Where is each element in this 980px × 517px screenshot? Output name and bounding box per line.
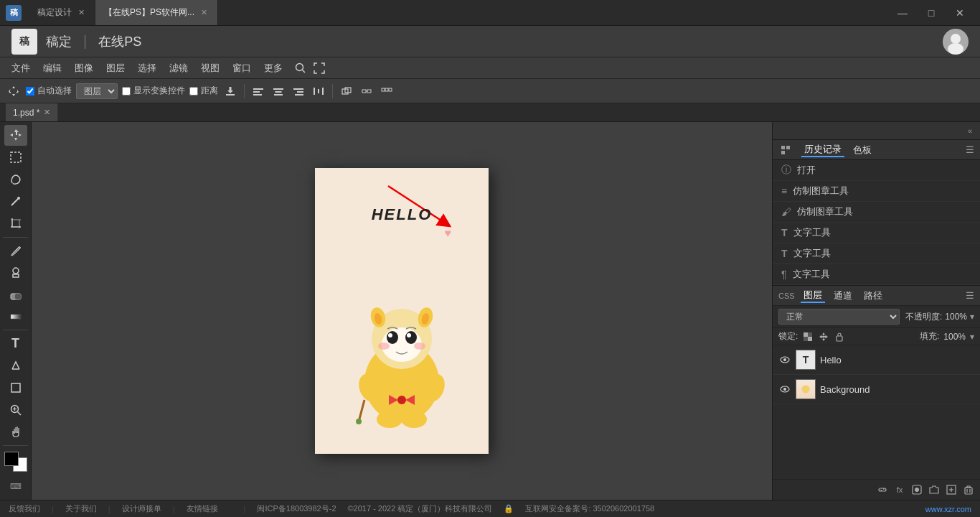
history-item-3[interactable]: T 文字工具 bbox=[773, 223, 980, 243]
channels-tab[interactable]: 通道 bbox=[831, 289, 855, 302]
tab-0[interactable]: 稿定设计 ✕ bbox=[29, 0, 95, 25]
menu-file[interactable]: 文件 bbox=[6, 59, 36, 78]
auto-select-input[interactable] bbox=[26, 87, 34, 96]
security-icon: 🔒 bbox=[504, 504, 514, 513]
move-tool[interactable] bbox=[4, 125, 27, 146]
layer-fx-icon[interactable]: fx bbox=[892, 483, 907, 497]
shape-tool[interactable] bbox=[4, 378, 27, 399]
history-header: 历史记录 色板 ☰ bbox=[773, 140, 980, 160]
show-transform-input[interactable] bbox=[122, 87, 131, 96]
designer-link[interactable]: 设计师接单 bbox=[122, 503, 161, 514]
svg-rect-37 bbox=[11, 315, 21, 319]
layers-menu-icon[interactable]: ☰ bbox=[966, 290, 974, 301]
move-tool-icon[interactable] bbox=[6, 83, 22, 99]
opacity-arrow[interactable]: ▾ bbox=[970, 312, 974, 322]
stamp-tool[interactable] bbox=[4, 262, 27, 283]
layer-visibility-hello[interactable] bbox=[778, 353, 791, 366]
layer-link-icon[interactable] bbox=[875, 483, 890, 497]
layer-item-background[interactable]: Background bbox=[773, 375, 980, 404]
align-right-icon[interactable] bbox=[291, 83, 306, 99]
align-center-icon[interactable] bbox=[270, 83, 286, 99]
svg-point-1 bbox=[951, 34, 961, 44]
lock-move-icon[interactable] bbox=[818, 331, 829, 343]
doc-tab-close[interactable]: ✕ bbox=[44, 108, 50, 117]
fullscreen-icon[interactable] bbox=[311, 60, 327, 76]
text-tool[interactable]: T bbox=[4, 333, 27, 354]
layer-delete-icon[interactable] bbox=[961, 483, 976, 497]
download-icon[interactable] bbox=[222, 83, 238, 99]
opacity-value[interactable]: 100% bbox=[945, 312, 967, 322]
svg-rect-17 bbox=[322, 88, 324, 95]
distribute-icon[interactable] bbox=[311, 83, 326, 99]
search-icon[interactable] bbox=[293, 60, 308, 76]
menu-more[interactable]: 更多 bbox=[258, 59, 288, 78]
crop-tool[interactable] bbox=[4, 213, 27, 234]
history-item-1[interactable]: ≡ 仿制图章工具 bbox=[773, 181, 980, 202]
feedback-link[interactable]: 反馈我们 bbox=[9, 503, 40, 514]
fill-value[interactable]: 100% bbox=[943, 332, 966, 342]
pen-tool[interactable] bbox=[4, 355, 27, 376]
brush-tool[interactable] bbox=[4, 240, 27, 261]
align-left-icon[interactable] bbox=[250, 83, 266, 99]
selection-tool[interactable] bbox=[4, 147, 27, 168]
lasso-tool[interactable] bbox=[4, 169, 27, 190]
lock-icon[interactable] bbox=[834, 331, 845, 343]
spacing-icon[interactable] bbox=[359, 83, 374, 99]
status-bar: 反馈我们 | 关于我们 | 设计师接单 | 友情链接 | 闽ICP备180039… bbox=[0, 500, 980, 517]
history-item-4[interactable]: T 文字工具 bbox=[773, 243, 980, 264]
menu-window[interactable]: 窗口 bbox=[227, 59, 257, 78]
history-item-0[interactable]: ⓘ 打开 bbox=[773, 160, 980, 181]
layer-thumb-background bbox=[796, 379, 816, 399]
layer-group-icon[interactable] bbox=[927, 483, 941, 497]
distance-input[interactable] bbox=[189, 87, 198, 96]
tab-close-1[interactable]: ✕ bbox=[199, 8, 209, 18]
keyboard-shortcut-icon[interactable]: ⌨ bbox=[4, 476, 27, 497]
layer-add-icon[interactable] bbox=[944, 483, 958, 497]
history-item-5[interactable]: ¶ 文字工具 bbox=[773, 264, 980, 285]
magic-wand-tool[interactable] bbox=[4, 191, 27, 212]
close-button[interactable]: ✕ bbox=[946, 3, 974, 23]
window-controls: — □ ✕ bbox=[888, 3, 974, 23]
doc-tab-psd[interactable]: 1.psd * ✕ bbox=[6, 103, 58, 121]
color-tab[interactable]: 色板 bbox=[850, 144, 875, 157]
menu-view[interactable]: 视图 bbox=[195, 59, 225, 78]
foreground-color-box[interactable] bbox=[4, 452, 19, 466]
layer-select[interactable]: 图层 bbox=[76, 83, 118, 99]
lock-checkered-icon[interactable] bbox=[802, 331, 814, 343]
zoom-tool[interactable] bbox=[4, 399, 27, 420]
hand-tool[interactable] bbox=[4, 421, 27, 442]
minimize-button[interactable]: — bbox=[888, 3, 917, 23]
show-transform-checkbox[interactable]: 显示变换控件 bbox=[122, 85, 185, 97]
layer-mask-icon[interactable] bbox=[910, 483, 924, 497]
user-avatar[interactable] bbox=[943, 29, 969, 55]
paths-tab[interactable]: 路径 bbox=[861, 289, 885, 302]
history-item-2[interactable]: 🖌 仿制图章工具 bbox=[773, 202, 980, 223]
grid-icon[interactable] bbox=[379, 83, 395, 99]
menu-filter[interactable]: 滤镜 bbox=[164, 59, 194, 78]
transform-icon[interactable] bbox=[339, 83, 354, 99]
history-type-icon2: T bbox=[781, 248, 788, 259]
about-link[interactable]: 关于我们 bbox=[65, 503, 97, 514]
tab-close-0[interactable]: ✕ bbox=[76, 8, 86, 18]
blend-mode-select[interactable]: 正常 bbox=[778, 309, 900, 325]
fill-arrow[interactable]: ▾ bbox=[970, 332, 974, 342]
gradient-tool[interactable] bbox=[4, 307, 27, 327]
eraser-tool[interactable] bbox=[4, 284, 27, 305]
layer-item-hello[interactable]: T Hello bbox=[773, 345, 980, 375]
links-link[interactable]: 友情链接 bbox=[187, 503, 218, 514]
foreground-background-color[interactable] bbox=[4, 452, 27, 472]
history-menu-icon[interactable]: ☰ bbox=[966, 144, 974, 155]
tab-1[interactable]: 【在线PS】PS软件网... ✕ bbox=[95, 0, 218, 25]
menu-layer[interactable]: 图层 bbox=[100, 59, 131, 78]
layer-name-background: Background bbox=[820, 384, 870, 395]
layer-visibility-background[interactable] bbox=[778, 383, 791, 396]
collapse-panel-icon[interactable]: « bbox=[963, 124, 977, 138]
distance-checkbox[interactable]: 距离 bbox=[189, 85, 218, 97]
menu-image[interactable]: 图像 bbox=[69, 59, 99, 78]
menu-select[interactable]: 选择 bbox=[132, 59, 162, 78]
maximize-button[interactable]: □ bbox=[917, 3, 946, 23]
menu-edit[interactable]: 编辑 bbox=[37, 59, 67, 78]
history-tab[interactable]: 历史记录 bbox=[801, 143, 844, 157]
layers-tab[interactable]: 图层 bbox=[801, 289, 825, 303]
auto-select-checkbox[interactable]: 自动选择 bbox=[26, 85, 72, 97]
